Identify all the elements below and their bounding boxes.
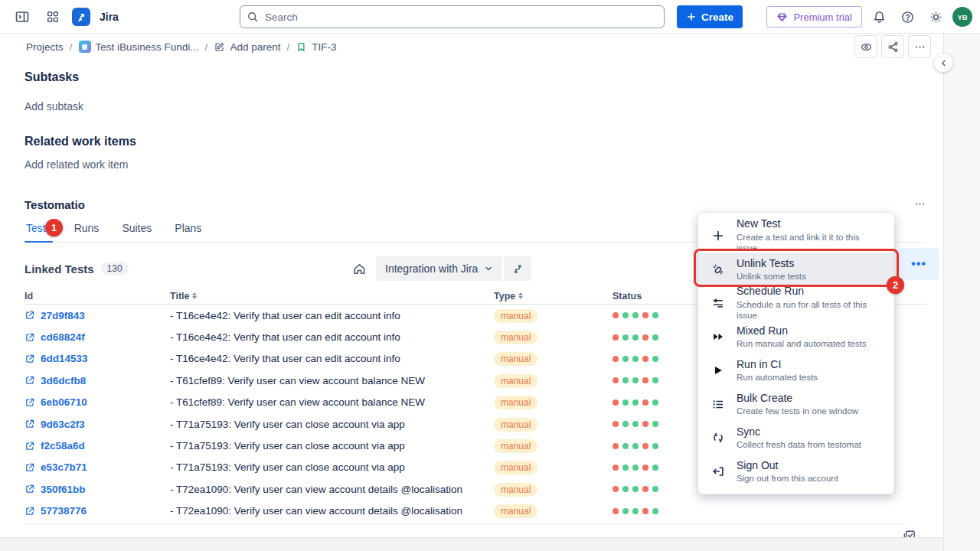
user-avatar[interactable]: YB: [952, 7, 972, 27]
status-dot: [622, 421, 629, 427]
test-id-link[interactable]: 3d6dcfb8: [24, 375, 170, 386]
test-type-cell: manual: [494, 395, 612, 409]
home-button[interactable]: [352, 262, 367, 276]
test-title: - T16ce4e42: Verify that user can edit a…: [170, 310, 494, 321]
test-title: - T71a75193: Verify user can close accou…: [170, 440, 494, 452]
test-type-cell: manual: [494, 308, 612, 323]
tab-plans[interactable]: Plans: [173, 222, 203, 242]
breadcrumb-separator: /: [205, 41, 208, 53]
plus-icon: [686, 11, 697, 22]
create-button[interactable]: Create: [677, 5, 743, 28]
app-switcher-button[interactable]: [41, 5, 64, 28]
menu-item-run-in-ci[interactable]: Run in CI Run automated tests: [698, 354, 894, 387]
search-container: [240, 5, 665, 28]
branch-button[interactable]: [504, 256, 531, 281]
linked-tests-title: Linked Tests: [24, 262, 94, 276]
test-title: - T71a75193: Verify user can close accou…: [170, 419, 494, 430]
status-dot: [622, 377, 629, 383]
test-id-link[interactable]: 27d9f843: [24, 310, 170, 321]
menu-item-mixed-run[interactable]: Mixed Run Run manual and automated tests: [698, 320, 894, 354]
premium-trial-button[interactable]: Premium trial: [766, 6, 862, 28]
breadcrumb-project[interactable]: Test iBusiness Fundi...: [79, 41, 199, 53]
table-bottom-border: [24, 523, 906, 524]
breadcrumb-projects[interactable]: Projects: [26, 41, 64, 53]
watch-button[interactable]: [854, 35, 877, 58]
project-avatar-icon: [79, 41, 91, 53]
status-dot: [632, 334, 639, 341]
test-id-link[interactable]: 6dd14533: [24, 353, 170, 364]
test-title: - T71a75193: Verify user can close accou…: [170, 461, 494, 473]
status-dot: [632, 421, 639, 427]
test-status-dots: [612, 508, 926, 514]
right-rail: [943, 34, 980, 551]
status-dot: [642, 465, 648, 471]
more-actions-button[interactable]: [908, 35, 931, 58]
menu-item-subtitle: Run manual and automated tests: [737, 338, 866, 349]
menu-item-new-test[interactable]: New Test Create a test and link it it to…: [698, 219, 894, 253]
search-icon: [247, 11, 259, 23]
tab-runs[interactable]: Runs: [73, 222, 101, 242]
jira-logo-icon[interactable]: [72, 8, 90, 26]
testomatio-heading: Testomatio: [24, 198, 926, 211]
external-link-icon: [24, 310, 35, 321]
top-navigation-bar: Jira Create Premium trial YB: [0, 0, 980, 34]
test-id-link[interactable]: 350f61bb: [24, 484, 170, 495]
settings-button[interactable]: [924, 5, 947, 28]
menu-item-sign-out[interactable]: Sign Out Sign out from this account: [698, 455, 894, 488]
gem-icon: [776, 11, 788, 23]
play-icon: [710, 364, 726, 377]
sign-out-icon: [710, 465, 726, 478]
question-icon: [900, 10, 915, 24]
status-dot: [632, 508, 639, 514]
notifications-button[interactable]: [867, 5, 890, 28]
status-dot: [632, 443, 639, 449]
menu-item-title: New Test: [737, 217, 882, 231]
project-selector-dropdown[interactable]: Integration with Jira: [376, 256, 502, 281]
menu-item-sync[interactable]: Sync Collect fresh data from testomat: [698, 421, 894, 455]
test-type-cell: manual: [494, 460, 612, 474]
status-dot: [642, 399, 648, 406]
tab-suites[interactable]: Suites: [120, 222, 153, 242]
sort-icon[interactable]: [518, 292, 523, 299]
test-id-link[interactable]: 6eb06710: [24, 396, 170, 408]
test-type-cell: manual: [494, 482, 612, 497]
add-parent-button[interactable]: Add parent: [214, 41, 280, 53]
status-dot: [622, 486, 629, 492]
panel-toggle-icon: [15, 9, 30, 24]
sort-icon[interactable]: [192, 292, 197, 299]
chevron-down-icon: [484, 264, 493, 273]
test-id-link[interactable]: cd68824f: [24, 331, 170, 343]
breadcrumb-issue-key[interactable]: TIF-3: [296, 41, 336, 53]
add-related-work-item-button[interactable]: Add related work item: [24, 158, 926, 171]
collapse-panel-button[interactable]: [934, 54, 952, 72]
menu-item-bulk-create[interactable]: Bulk Create Create few tests in one wind…: [698, 387, 894, 421]
test-title: - T72ea1090: Verify user can view accoun…: [170, 484, 494, 495]
column-header-type: Type: [494, 291, 612, 302]
test-type-badge: manual: [494, 352, 537, 366]
test-id-link[interactable]: 57738776: [24, 505, 170, 517]
search-input[interactable]: [240, 5, 665, 28]
add-subtask-button[interactable]: Add subtask: [24, 100, 926, 112]
menu-item-subtitle: Create few tests in one window: [737, 406, 858, 416]
share-button[interactable]: [881, 35, 904, 58]
help-button[interactable]: [896, 5, 919, 28]
external-link-icon: [24, 441, 35, 452]
test-type-cell: manual: [494, 417, 612, 432]
test-id-link[interactable]: e53c7b71: [24, 461, 170, 473]
project-selector: Integration with Jira: [376, 256, 531, 281]
test-type-badge: manual: [494, 483, 537, 497]
linked-tests-more-button[interactable]: •••: [899, 248, 939, 280]
table-row-t72ea1090-verify-user-can-view-account-details-localisation: 57738776 - T72ea1090: Verify user can vi…: [24, 500, 926, 522]
status-dot: [612, 334, 619, 341]
menu-item-schedule-run[interactable]: Schedule Run Schedule a run for all test…: [698, 286, 894, 320]
external-link-icon: [24, 462, 35, 473]
status-dot: [642, 312, 648, 318]
test-type-badge: manual: [494, 309, 537, 323]
sidebar-toggle-button[interactable]: [11, 5, 34, 28]
sync-icon: [710, 431, 726, 445]
test-type-cell: manual: [494, 330, 612, 344]
testomatio-more-button[interactable]: [913, 197, 926, 210]
test-id-link[interactable]: f2c58a6d: [24, 440, 170, 452]
test-id-link[interactable]: 9d63c2f3: [24, 419, 170, 430]
menu-item-unlink-tests[interactable]: Unlink Tests Unlink some tests: [698, 253, 894, 286]
